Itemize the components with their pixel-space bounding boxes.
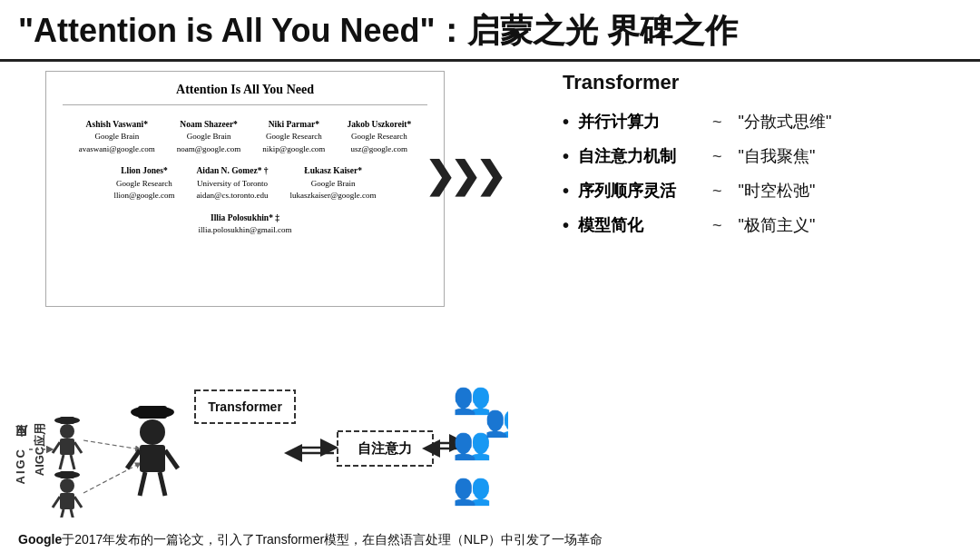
paper-box: Attention Is All You Need Ashish Vaswani… [45,71,445,307]
feature-desc-1: "分散式思维" [739,111,832,133]
author-gomez: Aidan N. Gomez* † University of Toronto … [196,164,268,202]
feature-desc-2: "自我聚焦" [739,145,816,167]
svg-rect-10 [60,471,74,478]
self-attention-label: 自注意力 [358,440,412,456]
feature-desc-3: "时空松弛" [739,180,816,202]
svg-line-23 [127,450,140,468]
author-jones: Llion Jones* Google Research llion@googl… [113,164,174,202]
bullet-4: • [563,215,569,236]
svg-rect-4 [60,439,74,455]
bottom-diagram: AIGC应用 [0,359,508,518]
bullet-2: • [563,146,569,167]
svg-line-6 [74,442,82,453]
bullet-1: • [563,112,569,133]
page-title: "Attention is All You Need"：启蒙之光 界碑之作 [18,9,962,54]
author-vaswani: Ashish Vaswani* Google Brain avaswani@go… [79,118,155,155]
svg-line-18 [83,463,141,493]
author-kaiser: Łukasz Kaiser* Google Brain lukaszkaiser… [290,164,377,202]
feature-list: • 并行计算力 ~ "分散式思维" • 自注意力机制 ~ "自我聚焦" • 序列… [563,111,953,236]
svg-line-16 [71,509,74,518]
svg-line-5 [53,442,60,453]
svg-line-8 [71,455,74,469]
header: "Attention is All You Need"：启蒙之光 界碑之作 [0,0,980,62]
footer: Google于2017年发布的一篇论文，引入了Transformer模型，在自然… [18,532,962,548]
footer-bold: Google [18,532,62,547]
transformer-title: Transformer [563,71,953,94]
author-polosukhin: Illia Polosukhin* ‡ illia.polosukhin@gma… [199,212,292,237]
feature-item-2: • 自注意力机制 ~ "自我聚焦" [563,145,953,167]
author-row-3: Illia Polosukhin* ‡ illia.polosukhin@gma… [199,212,292,237]
svg-point-11 [60,478,74,493]
feature-item-1: • 并行计算力 ~ "分散式思维" [563,111,953,133]
transformer-box-label: Transformer [208,399,282,414]
svg-rect-12 [60,493,74,509]
author-uszkoreit: Jakob Uszkoreit* Google Research usz@goo… [347,118,411,155]
svg-rect-2 [60,417,74,424]
feature-desc-4: "极简主义" [739,214,816,236]
author-parmar: Niki Parmar* Google Research nikip@googl… [262,118,325,155]
tilde-3: ~ [712,182,722,201]
spy-mid-top [53,471,82,518]
svg-line-17 [83,440,141,449]
spy-top [53,417,82,469]
svg-point-21 [140,419,165,445]
footer-rest: 于2017年发布的一篇论文，引入了Transformer模型，在自然语言处理（N… [62,532,603,547]
svg-line-13 [53,497,60,508]
group-bottom-right: 👥 [453,470,492,508]
feature-name-4: 模型简化 [578,214,696,236]
svg-line-25 [140,472,145,496]
aigc-vertical-label: AIGC应用 [13,444,29,485]
feature-item-4: • 模型简化 ~ "极简主义" [563,214,953,236]
author-row-1: Ashish Vaswani* Google Brain avaswani@go… [79,118,411,155]
right-panel: Transformer • 并行计算力 ~ "分散式思维" • 自注意力机制 ~… [490,62,980,521]
feature-name-1: 并行计算力 [578,111,696,133]
tilde-1: ~ [712,113,722,132]
bullet-3: • [563,181,569,202]
author-shazeer: Noam Shazeer* Google Brain noam@google.c… [177,118,241,155]
paper-title: Attention Is All You Need [63,83,427,105]
footer-text: Google于2017年发布的一篇论文，引入了Transformer模型，在自然… [18,532,603,547]
spy-center [127,406,178,496]
triple-chevron-arrow: ❯❯❯ [425,154,501,196]
svg-line-14 [74,497,82,508]
svg-line-15 [60,509,64,518]
diagram-svg: AIGC应用 [0,359,508,518]
tilde-4: ~ [712,216,722,235]
svg-point-3 [60,424,74,439]
svg-line-7 [60,455,64,469]
feature-name-3: 序列顺序灵活 [578,180,696,202]
svg-line-26 [160,472,165,496]
feature-name-2: 自注意力机制 [578,145,696,167]
svg-rect-22 [140,445,165,472]
svg-line-24 [165,450,178,468]
feature-item-3: • 序列顺序灵活 ~ "时空松弛" [563,180,953,202]
svg-rect-20 [138,406,167,419]
author-row-2: Llion Jones* Google Research llion@googl… [113,164,376,202]
tilde-2: ~ [712,147,722,166]
authors-grid: Ashish Vaswani* Google Brain avaswani@go… [63,118,427,236]
group-far-right: 👥 [485,402,508,439]
